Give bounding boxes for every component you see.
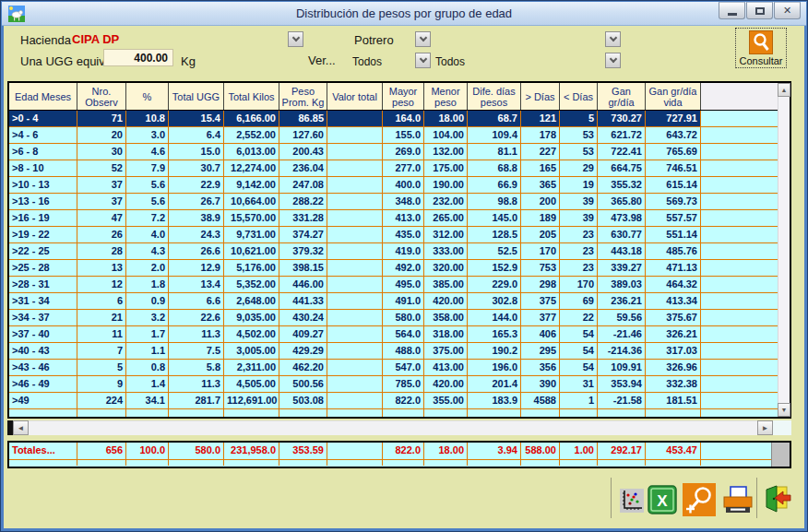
column-header[interactable]: > Días xyxy=(521,83,560,110)
column-header[interactable]: Nro. Observ xyxy=(77,83,126,110)
ver1-dropdown-button[interactable] xyxy=(415,53,431,68)
scroll-left-button[interactable]: ◄ xyxy=(13,420,29,435)
row-filler xyxy=(701,227,778,243)
column-header[interactable]: Gan gr/día vida xyxy=(646,83,701,110)
close-icon: ✕ xyxy=(783,5,791,17)
table-cell: 419.0 xyxy=(383,243,424,260)
table-cell: 6.4 xyxy=(169,127,224,144)
table-cell: 38.9 xyxy=(169,210,224,227)
table-row[interactable]: >4 - 6203.06.42,552.00127.60155.0104.001… xyxy=(9,127,778,144)
column-header[interactable]: Menor peso xyxy=(424,83,468,110)
table-cell: 200 xyxy=(521,194,560,210)
potrero-dropdown-button[interactable] xyxy=(415,31,431,47)
table-row[interactable]: >28 - 31121.813.45,352.00446.00495.0385.… xyxy=(9,277,778,293)
table-cell: 7 xyxy=(77,343,126,360)
table-cell: 11 xyxy=(77,326,126,343)
table-cell: 547.0 xyxy=(383,360,424,376)
column-header[interactable]: Total Kilos xyxy=(224,83,279,110)
table-cell: 10.8 xyxy=(126,111,169,127)
column-header[interactable]: % xyxy=(126,83,169,110)
table-cell: 0.8 xyxy=(126,360,169,376)
column-header[interactable]: Peso Prom. Kg xyxy=(279,83,327,110)
column-header[interactable]: Dife. días pesos xyxy=(468,83,521,110)
ugg-input[interactable] xyxy=(103,49,173,66)
minimize-button[interactable] xyxy=(719,2,745,19)
table-row[interactable]: >40 - 4371.17.53,005.00429.29488.0375.00… xyxy=(9,343,778,360)
totals-strip-cell xyxy=(77,460,126,466)
table-cell: 12.9 xyxy=(169,260,224,277)
table-cell xyxy=(327,409,383,417)
maximize-button[interactable] xyxy=(746,2,773,19)
table-cell: 727.91 xyxy=(646,111,701,127)
table-cell: 98.8 xyxy=(468,194,521,210)
scroll-up-button[interactable]: ▲ xyxy=(778,83,790,97)
table-cell: 6,166.00 xyxy=(224,111,279,127)
table-cell: 471.13 xyxy=(646,260,701,277)
table-row[interactable]: >25 - 28132.012.95,176.00398.15492.0320.… xyxy=(9,260,778,277)
table-cell: 6,013.00 xyxy=(224,144,279,160)
table-cell: 7.5 xyxy=(169,343,224,360)
scroll-down-button[interactable]: ▼ xyxy=(778,403,790,417)
totals-strip-cell xyxy=(521,460,560,466)
table-row[interactable]: >13 - 16375.626.710,664.00288.22348.0232… xyxy=(9,194,778,210)
table-cell: 165.3 xyxy=(468,326,521,343)
table-cell: 746.51 xyxy=(646,160,701,177)
table-cell: 81.1 xyxy=(468,144,521,160)
table-row[interactable]: >8 - 10527.930.712,274.00236.04277.0175.… xyxy=(9,160,778,177)
ver-combo1-value[interactable]: Todos xyxy=(352,55,382,68)
table-cell: 4,502.00 xyxy=(224,326,279,343)
table-row[interactable]: >31 - 3460.96.62,648.00441.33491.0420.00… xyxy=(9,293,778,310)
table-cell: 375.67 xyxy=(646,310,701,326)
hacienda-dropdown-button[interactable] xyxy=(288,31,303,47)
header-filler xyxy=(701,83,778,110)
table-row[interactable]: >19 - 22264.024.39,731.00374.27435.0312.… xyxy=(9,227,778,243)
table-row[interactable]: >43 - 4650.85.82,311.00462.20547.0413.00… xyxy=(9,360,778,376)
row-filler xyxy=(701,277,778,293)
table-row[interactable]: >37 - 40111.711.34,502.00409.27564.0318.… xyxy=(9,326,778,343)
table-row[interactable]: >0 - 47110.815.46,166.0086.85164.018.006… xyxy=(9,111,778,127)
table-cell: 295 xyxy=(521,343,560,360)
ver-combo2-value[interactable]: Todos xyxy=(435,55,465,68)
column-header[interactable]: Mayor peso xyxy=(383,83,424,110)
table-cell: 6.6 xyxy=(169,293,224,310)
table-cell: 551.14 xyxy=(646,227,701,243)
table-row[interactable]: >34 - 37213.222.69,035.00430.24580.0358.… xyxy=(9,310,778,326)
table-row[interactable]: >46 - 4991.411.34,505.00500.56785.0420.0… xyxy=(9,376,778,393)
table-row[interactable]: >6 - 8304.615.06,013.00200.43269.0132.00… xyxy=(9,144,778,160)
scrollbar-track[interactable] xyxy=(29,420,757,435)
table-cell: 331.28 xyxy=(279,210,327,227)
table-cell: 615.14 xyxy=(646,177,701,194)
scroll-right-button[interactable]: ► xyxy=(757,420,773,435)
chevron-down-icon xyxy=(419,34,426,41)
table-row[interactable]: >4922434.1281.7112,691.00503.08822.0355.… xyxy=(9,393,778,409)
table-cell: 164.0 xyxy=(383,111,424,127)
arrow-down-icon: ▼ xyxy=(781,407,788,413)
close-button[interactable]: ✕ xyxy=(774,2,801,19)
consultar-button[interactable]: Consultar xyxy=(735,28,787,68)
table-cell: >37 - 40 xyxy=(9,326,77,343)
column-header[interactable]: < Días xyxy=(560,83,598,110)
column-header[interactable]: Total UGG xyxy=(169,83,224,110)
column-header[interactable]: Gan gr/día xyxy=(598,83,646,110)
table-cell: 47 xyxy=(77,210,126,227)
horizontal-scrollbar[interactable]: ◄ ► xyxy=(7,420,791,435)
column-header[interactable]: Edad Meses xyxy=(9,83,77,110)
filter1-dropdown-button[interactable] xyxy=(605,31,621,47)
table-row[interactable]: >22 - 25284.326.610,621.00379.32419.0333… xyxy=(9,243,778,260)
scatter-chart-icon[interactable] xyxy=(620,489,644,516)
ver2-dropdown-button[interactable] xyxy=(605,53,621,68)
table-row[interactable]: >16 - 19477.238.915,570.00331.28413.0265… xyxy=(9,210,778,227)
excel-export-icon[interactable]: X xyxy=(648,485,677,518)
table-row[interactable]: >10 - 13375.622.99,142.00247.08400.0190.… xyxy=(9,177,778,194)
table-cell: 232.00 xyxy=(424,194,468,210)
vertical-scrollbar[interactable]: ▲ ▼ xyxy=(778,83,790,417)
table-cell xyxy=(327,243,383,260)
column-header[interactable]: Valor total xyxy=(327,83,383,110)
totals-strip xyxy=(9,460,790,466)
table-cell: 365 xyxy=(521,177,560,194)
print-icon[interactable] xyxy=(721,486,755,519)
table-cell: 23 xyxy=(560,260,598,277)
zoom-report-icon[interactable] xyxy=(683,483,716,520)
table-cell: 5.6 xyxy=(126,194,169,210)
exit-icon[interactable] xyxy=(762,484,791,519)
